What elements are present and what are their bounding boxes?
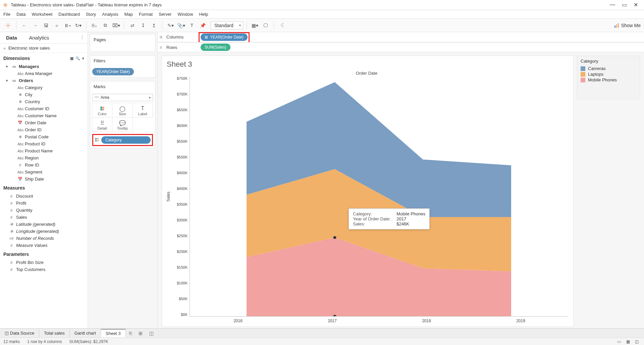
- sheet-tab[interactable]: Total sales: [39, 329, 69, 337]
- duplicate-button[interactable]: ⧉: [101, 21, 110, 30]
- tableau-logo-icon[interactable]: [3, 21, 13, 30]
- fit-selector[interactable]: Standard: [211, 21, 243, 29]
- field-latitude-generated-[interactable]: ⊕Latitude (generated): [3, 221, 88, 228]
- sheet-tab[interactable]: Gantt chart: [70, 329, 101, 337]
- field-ship-date[interactable]: 📅Ship Date: [3, 176, 88, 183]
- tab-data-source[interactable]: ◫Data Source: [0, 329, 39, 337]
- sheet-title[interactable]: Sheet 3: [165, 59, 568, 71]
- new-worksheet-button[interactable]: ⎘▾: [90, 21, 99, 30]
- show-cards-button[interactable]: ▦▾: [250, 21, 260, 30]
- sheet-tab[interactable]: Sheet 3: [101, 329, 126, 337]
- legend-item[interactable]: Mobile Phones: [581, 77, 636, 83]
- show-mark-labels-button[interactable]: T: [187, 21, 197, 30]
- field-postal-code[interactable]: ⊕Postal Code: [3, 133, 88, 140]
- field-country[interactable]: ⊕Country: [3, 98, 88, 105]
- clear-button[interactable]: ⌧▾: [111, 21, 121, 30]
- marks-color-pill-category[interactable]: Category: [101, 136, 151, 144]
- marks-label[interactable]: TLabel: [132, 103, 153, 118]
- field-quantity[interactable]: #Quantity: [3, 207, 88, 214]
- folder-managers[interactable]: ▾▭Managers: [3, 63, 88, 70]
- filters-card[interactable]: Filters YEAR(Order Date): [90, 55, 155, 78]
- field-profit[interactable]: #Profit: [3, 200, 88, 207]
- search-icon[interactable]: 🔍: [75, 56, 80, 61]
- datasource-item[interactable]: ⟐ Electronic store sales: [0, 44, 88, 53]
- new-datasource-button[interactable]: ⟐: [52, 21, 61, 30]
- param-top-customers[interactable]: #Top Customers: [3, 266, 88, 273]
- field-order-id[interactable]: AbcOrder ID: [3, 126, 88, 133]
- menu-map[interactable]: Map: [124, 12, 133, 17]
- menu-format[interactable]: Format: [139, 12, 153, 17]
- new-story-icon[interactable]: ◫: [146, 329, 157, 337]
- dropdown-icon[interactable]: ▾: [82, 56, 84, 61]
- menu-worksheet[interactable]: Worksheet: [32, 12, 52, 17]
- sort-desc-button[interactable]: ↥: [149, 21, 159, 30]
- menu-help[interactable]: Help: [199, 12, 208, 17]
- columns-shelf[interactable]: iiiColumns ⊞YEAR(Order Date): [158, 32, 644, 42]
- share-button[interactable]: ⠪: [277, 21, 287, 30]
- marks-tooltip[interactable]: 💬Tooltip: [112, 117, 132, 132]
- field-measure-values[interactable]: #Measure Values: [3, 242, 88, 249]
- field-segment[interactable]: AbcSegment: [3, 168, 88, 176]
- viz-canvas[interactable]: Sheet 3 Order Date Sales $750K$700K$650K…: [162, 56, 574, 327]
- menu-analysis[interactable]: Analysis: [102, 12, 118, 17]
- menu-server[interactable]: Server: [159, 12, 171, 17]
- run-update-button[interactable]: ↻▾: [73, 21, 83, 30]
- field-customer-name[interactable]: AbcCustomer Name: [3, 112, 88, 119]
- new-worksheet-icon[interactable]: ⎘: [126, 329, 135, 337]
- pin-button[interactable]: 📌: [198, 21, 207, 30]
- field-product-name[interactable]: AbcProduct Name: [3, 147, 88, 154]
- rows-shelf[interactable]: ≡Rows SUM(Sales): [158, 42, 644, 52]
- menu-data[interactable]: Data: [16, 12, 25, 17]
- field-sales[interactable]: #Sales: [3, 214, 88, 221]
- columns-pill-year-orderdate[interactable]: ⊞YEAR(Order Date): [201, 33, 248, 41]
- menu-story[interactable]: Story: [86, 12, 96, 17]
- marks-color[interactable]: Color: [92, 103, 112, 118]
- field-product-id[interactable]: AbcProduct ID: [3, 140, 88, 147]
- field-number-of-records[interactable]: =#Number of Records: [3, 235, 88, 242]
- marks-size[interactable]: ◯Size: [112, 103, 132, 118]
- sort-asc-button[interactable]: ↧: [139, 21, 148, 30]
- group-button[interactable]: 📎▾: [176, 21, 186, 30]
- tab-data[interactable]: Data: [0, 32, 23, 43]
- view-toggle-icon[interactable]: ▦: [70, 56, 73, 61]
- menu-dashboard[interactable]: Dashboard: [58, 12, 80, 17]
- field-row-id[interactable]: #Row ID: [3, 161, 88, 168]
- status-icons[interactable]: ▭ ▦ ◫: [617, 339, 641, 344]
- maximize-button[interactable]: ▭: [622, 2, 627, 8]
- field-customer-id[interactable]: AbcCustomer ID: [3, 105, 88, 112]
- new-dashboard-icon[interactable]: ⊞: [135, 329, 146, 337]
- swap-button[interactable]: ⇄: [128, 21, 137, 30]
- plot-area[interactable]: Category:Mobile Phones Year of Order Dat…: [190, 76, 568, 317]
- field-longitude-generated-[interactable]: ⊕Longitude (generated): [3, 228, 88, 235]
- minimize-button[interactable]: —: [610, 2, 615, 8]
- field-region[interactable]: AbcRegion: [3, 154, 88, 161]
- highlight-button[interactable]: ✎▾: [166, 21, 175, 30]
- show-me-button[interactable]: Show Me: [614, 23, 641, 28]
- legend-item[interactable]: Cameras: [581, 66, 636, 71]
- filter-pill-year-orderdate[interactable]: YEAR(Order Date): [92, 68, 134, 75]
- presentation-button[interactable]: 🖵: [261, 21, 270, 30]
- marks-detail[interactable]: ⠿Detail: [92, 117, 112, 132]
- field-discount[interactable]: #Discount: [3, 193, 88, 200]
- data-pane-menu-icon[interactable]: ⋮: [77, 32, 88, 43]
- rows-pill-sum-sales[interactable]: SUM(Sales): [201, 44, 230, 51]
- field-category[interactable]: AbcCategory: [3, 84, 88, 91]
- redo-button[interactable]: →: [31, 21, 40, 30]
- close-button[interactable]: ✕: [634, 2, 638, 8]
- columns-label: Columns: [166, 34, 183, 40]
- param-profit-bin-size[interactable]: #Profit Bin Size: [3, 259, 88, 266]
- folder-orders[interactable]: ▾▭Orders: [3, 77, 88, 84]
- undo-button[interactable]: ←: [20, 21, 29, 30]
- pause-auto-updates-button[interactable]: ⏸▾: [63, 21, 72, 30]
- field-order-date[interactable]: 📅Order Date: [3, 119, 88, 126]
- marks-type-select[interactable]: 〰Area: [92, 94, 153, 101]
- pages-card[interactable]: Pages: [90, 34, 155, 52]
- menu-window[interactable]: Window: [177, 12, 193, 17]
- legend-item[interactable]: Laptops: [581, 71, 636, 77]
- color-legend[interactable]: Category CamerasLaptopsMobile Phones: [577, 56, 640, 99]
- menu-file[interactable]: File: [3, 12, 10, 17]
- field-area-manager[interactable]: AbcArea Manager: [3, 70, 88, 77]
- field-city[interactable]: ⊕City: [3, 91, 88, 98]
- save-button[interactable]: 🖫: [41, 21, 51, 30]
- tab-analytics[interactable]: Analytics: [23, 32, 55, 43]
